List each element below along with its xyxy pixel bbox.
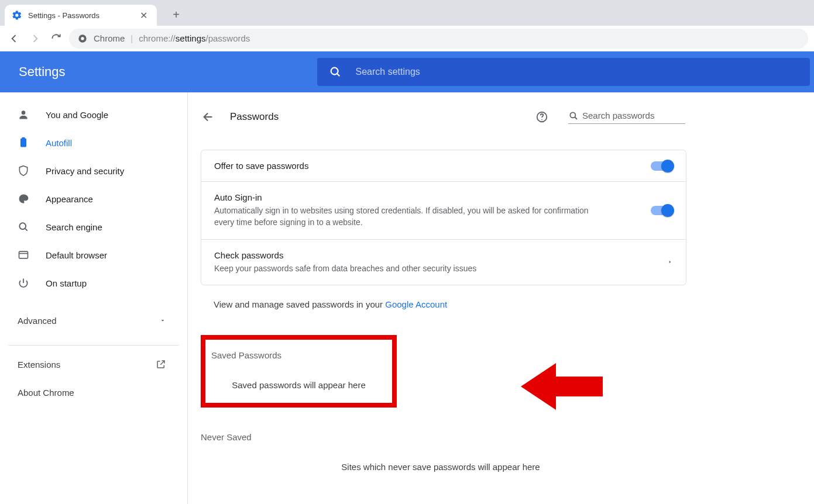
url-text: chrome://settings/passwords bbox=[139, 33, 250, 43]
password-search-input[interactable]: Search passwords bbox=[568, 111, 685, 124]
saved-passwords-heading: Saved Passwords bbox=[211, 350, 386, 360]
sidebar-item-label: Autofill bbox=[46, 138, 72, 148]
sidebar-item-label: On startup bbox=[46, 278, 87, 288]
browser-chrome: Settings - Passwords ✕ + Chrome | chrome… bbox=[0, 0, 814, 51]
svg-rect-5 bbox=[22, 137, 25, 139]
svg-marker-11 bbox=[521, 363, 603, 410]
sidebar-item-label: Appearance bbox=[46, 194, 93, 204]
password-settings-card: Offer to save passwords Auto Sign-in Aut… bbox=[201, 150, 686, 285]
svg-point-9 bbox=[541, 119, 542, 120]
divider bbox=[8, 345, 179, 346]
svg-rect-4 bbox=[20, 139, 26, 147]
sidebar-item-default-browser[interactable]: Default browser bbox=[0, 241, 187, 269]
browser-toolbar: Chrome | chrome://settings/passwords bbox=[0, 26, 814, 51]
sidebar-item-label: Search engine bbox=[46, 222, 102, 232]
shield-icon bbox=[18, 165, 30, 177]
palette-icon bbox=[18, 193, 30, 205]
chrome-icon bbox=[77, 33, 88, 44]
settings-header: Settings Search settings bbox=[0, 51, 814, 92]
svg-point-2 bbox=[331, 68, 338, 75]
chevron-down-icon bbox=[159, 317, 166, 324]
separator: | bbox=[130, 33, 133, 43]
password-search-placeholder: Search passwords bbox=[582, 111, 654, 120]
row-title: Check passwords bbox=[214, 250, 667, 260]
annotation-arrow-icon bbox=[521, 360, 609, 413]
row-description: Keep your passwords safe from data breac… bbox=[214, 263, 600, 274]
new-tab-button[interactable]: + bbox=[167, 6, 185, 23]
sidebar-item-label: Default browser bbox=[46, 250, 107, 260]
sidebar-item-appearance[interactable]: Appearance bbox=[0, 185, 187, 213]
sidebar-item-autofill[interactable]: Autofill bbox=[0, 129, 187, 157]
manage-passwords-text: View and manage saved passwords in your … bbox=[201, 285, 686, 323]
google-account-link[interactable]: Google Account bbox=[385, 299, 447, 309]
search-icon bbox=[18, 221, 30, 233]
power-icon bbox=[18, 277, 30, 289]
person-icon bbox=[18, 109, 30, 120]
sidebar-about-chrome[interactable]: About Chrome bbox=[0, 378, 187, 406]
auto-signin-row: Auto Sign-in Automatically sign in to we… bbox=[201, 182, 686, 240]
svg-point-10 bbox=[570, 112, 575, 118]
sidebar-extensions[interactable]: Extensions bbox=[0, 350, 187, 378]
sidebar-item-privacy[interactable]: Privacy and security bbox=[0, 157, 187, 185]
page-header: Passwords Search passwords bbox=[201, 103, 686, 131]
gear-icon bbox=[12, 10, 22, 20]
never-saved-empty-text: Sites which never save passwords will ap… bbox=[201, 462, 681, 472]
saved-passwords-empty-text: Saved passwords will appear here bbox=[211, 380, 386, 390]
sidebar-advanced-toggle[interactable]: Advanced bbox=[0, 306, 187, 334]
page-title: Passwords bbox=[230, 111, 524, 123]
main: You and Google Autofill Privacy and secu… bbox=[0, 92, 814, 504]
close-tab-button[interactable]: ✕ bbox=[138, 10, 150, 21]
browser-tab[interactable]: Settings - Passwords ✕ bbox=[5, 5, 157, 26]
offer-save-passwords-row: Offer to save passwords bbox=[201, 150, 686, 182]
reload-button[interactable] bbox=[48, 30, 64, 47]
address-bar[interactable]: Chrome | chrome://settings/passwords bbox=[69, 29, 808, 49]
chevron-right-icon bbox=[667, 259, 673, 265]
svg-point-3 bbox=[22, 111, 26, 115]
settings-search[interactable]: Search settings bbox=[317, 58, 810, 86]
never-saved-heading: Never Saved bbox=[201, 432, 686, 442]
svg-point-6 bbox=[19, 223, 26, 229]
check-passwords-row[interactable]: Check passwords Keep your passwords safe… bbox=[201, 240, 686, 285]
svg-point-1 bbox=[81, 37, 84, 40]
saved-passwords-section: Saved Passwords Saved passwords will app… bbox=[201, 335, 397, 408]
sidebar: You and Google Autofill Privacy and secu… bbox=[0, 92, 187, 504]
about-label: About Chrome bbox=[18, 388, 74, 398]
search-icon bbox=[329, 65, 342, 78]
sidebar-item-you-and-google[interactable]: You and Google bbox=[0, 101, 187, 129]
open-in-new-icon bbox=[156, 359, 166, 370]
clipboard-icon bbox=[18, 137, 30, 149]
url-label: Chrome bbox=[94, 33, 125, 43]
search-placeholder: Search settings bbox=[356, 67, 420, 77]
tab-strip: Settings - Passwords ✕ + bbox=[0, 0, 814, 26]
svg-rect-7 bbox=[19, 251, 28, 258]
offer-save-passwords-toggle[interactable] bbox=[651, 161, 673, 171]
sidebar-item-search-engine[interactable]: Search engine bbox=[0, 213, 187, 241]
settings-title: Settings bbox=[19, 64, 66, 80]
advanced-label: Advanced bbox=[18, 316, 57, 326]
sidebar-item-label: You and Google bbox=[46, 110, 108, 120]
forward-button[interactable] bbox=[27, 30, 43, 47]
sidebar-item-label: Privacy and security bbox=[46, 166, 124, 176]
page-back-button[interactable] bbox=[202, 111, 216, 123]
extensions-label: Extensions bbox=[18, 360, 60, 370]
search-icon bbox=[568, 111, 579, 121]
row-title: Auto Sign-in bbox=[214, 192, 651, 202]
back-button[interactable] bbox=[6, 30, 22, 47]
browser-icon bbox=[18, 249, 30, 261]
content-area: Passwords Search passwords Offer to save… bbox=[187, 92, 814, 504]
never-saved-section: Never Saved Sites which never save passw… bbox=[201, 432, 686, 472]
auto-signin-toggle[interactable] bbox=[651, 206, 673, 215]
help-icon[interactable] bbox=[535, 111, 548, 123]
sidebar-item-on-startup[interactable]: On startup bbox=[0, 269, 187, 297]
tab-title: Settings - Passwords bbox=[28, 11, 138, 20]
row-title: Offer to save passwords bbox=[214, 161, 651, 171]
row-description: Automatically sign in to websites using … bbox=[214, 205, 600, 229]
